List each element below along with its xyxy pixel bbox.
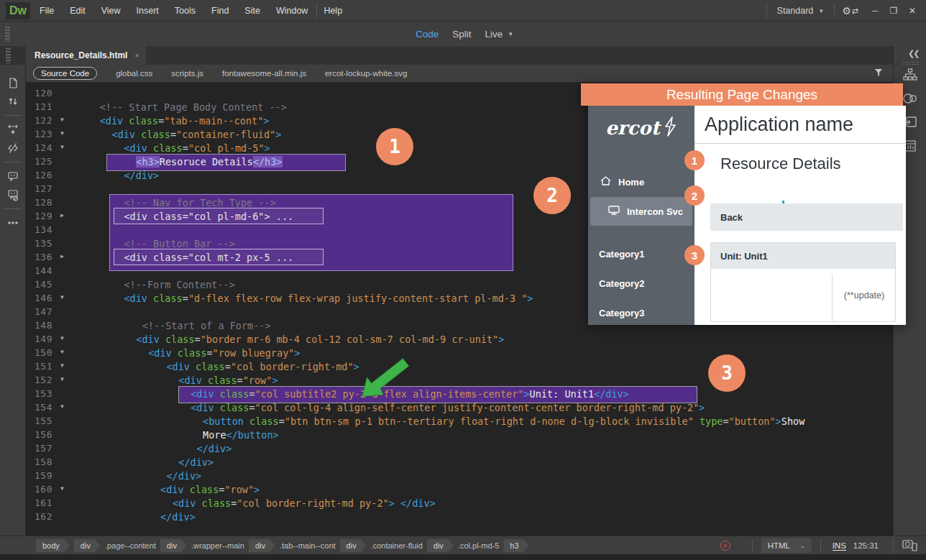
line-text: </div> xyxy=(197,443,232,454)
code-line-151[interactable]: 151▼<div class="col border-right-md"> xyxy=(26,360,893,374)
menu-edit[interactable]: Edit xyxy=(62,6,93,16)
fold-open-icon[interactable]: ▼ xyxy=(60,144,64,150)
tag-selector-h3[interactable]: h3 xyxy=(503,539,528,552)
collapse-panels-icon[interactable]: ❮❮ xyxy=(908,49,918,58)
sync-settings-icon[interactable]: ⚙⇄ xyxy=(842,5,858,17)
code-line-156[interactable]: 156More</button> xyxy=(26,428,893,442)
fold-open-icon[interactable]: ▼ xyxy=(60,349,64,355)
fold-open-icon[interactable]: ▼ xyxy=(60,362,64,369)
related-file-ercot-lockup-white-svg[interactable]: ercot-lockup-white.svg xyxy=(325,69,407,78)
fold-closed-icon[interactable]: ▶ xyxy=(60,253,64,260)
menu-window[interactable]: Window xyxy=(268,6,316,16)
error-icon[interactable]: ✕ xyxy=(720,541,730,551)
code-line-159[interactable]: 159</div> xyxy=(26,469,893,483)
related-file-scripts-js[interactable]: scripts.js xyxy=(171,69,203,78)
tag-selector-wrapper-main[interactable]: .wrapper--main xyxy=(191,541,244,550)
line-text: </div> xyxy=(166,470,201,482)
line-text: More</button> xyxy=(203,429,279,441)
fold-closed-icon[interactable]: ▶ xyxy=(60,212,64,219)
maximize-button[interactable]: ❐ xyxy=(884,3,903,19)
line-number: 158 xyxy=(35,456,52,467)
tag-selector-div[interactable]: div xyxy=(427,539,454,552)
tag-selector-col-pl-md-5[interactable]: .col.pl-md-5 xyxy=(458,541,499,550)
code-line-158[interactable]: 158</div> xyxy=(26,456,893,469)
code-line-153[interactable]: 153<div class="col subtitle2 py-2 d-flex… xyxy=(26,387,893,401)
fold-open-icon[interactable]: ▼ xyxy=(60,294,64,300)
code-line-157[interactable]: 157</div> xyxy=(26,442,893,456)
menu-find[interactable]: Find xyxy=(203,6,237,16)
updown-button[interactable] xyxy=(4,92,22,111)
line-number: 155 xyxy=(35,416,52,426)
fold-open-icon[interactable]: ▼ xyxy=(60,485,64,492)
code-line-162[interactable]: 162</div> xyxy=(26,510,893,524)
document-button[interactable] xyxy=(4,73,22,92)
line-text: <button class="btn btn-sm p-1 btn--terti… xyxy=(203,416,804,427)
related-file-fontawesome-all-min-js[interactable]: fontawesome-all.min.js xyxy=(222,69,306,78)
tabbar-grip[interactable] xyxy=(6,47,11,63)
more-dots-button[interactable] xyxy=(4,214,22,232)
insert-mode-toggle[interactable]: INS xyxy=(833,541,846,551)
line-number: 152 xyxy=(35,375,52,385)
line-number: 124 xyxy=(35,142,52,153)
wrap-tag-button[interactable] xyxy=(4,120,22,139)
annotation-badge-2: 2 xyxy=(533,177,571,214)
code-tags-button[interactable] xyxy=(4,139,22,157)
mockup-badge-3: 3 xyxy=(684,245,705,265)
minimize-button[interactable]: ─ xyxy=(866,3,884,19)
menu-insert[interactable]: Insert xyxy=(129,6,167,16)
code-line-155[interactable]: 155<button class="btn btn-sm p-1 btn--te… xyxy=(26,415,893,428)
titlebar-right: Standard ▼ ⚙⇄ ─❐✕ xyxy=(766,0,922,22)
menu-help[interactable]: Help xyxy=(316,6,350,16)
menu-tools[interactable]: Tools xyxy=(167,6,203,16)
menu-site[interactable]: Site xyxy=(237,6,268,16)
fold-open-icon[interactable]: ▼ xyxy=(60,116,64,123)
tag-selector-div[interactable]: div xyxy=(160,539,187,552)
chevron-down-icon: ⌄ xyxy=(800,543,805,549)
menu-view[interactable]: View xyxy=(93,6,129,16)
code-line-152[interactable]: 152▼<div class="row"> xyxy=(26,374,893,387)
fold-open-icon[interactable]: ▼ xyxy=(60,130,64,137)
related-file-source-code[interactable]: Source Code xyxy=(33,67,97,80)
tag-selector-body[interactable]: body xyxy=(36,539,70,552)
document-tab[interactable]: Resource_Details.html × xyxy=(26,46,146,65)
mode-code[interactable]: Code xyxy=(416,29,439,40)
menu-file[interactable]: File xyxy=(32,6,62,16)
tag-selector-div[interactable]: div xyxy=(249,539,275,552)
code-line-150[interactable]: 150▼<div class="row bluegray"> xyxy=(26,346,893,360)
tag-selector-page-content[interactable]: .page--content xyxy=(105,541,156,550)
preview-in-device-icon[interactable] xyxy=(893,536,926,555)
dom-sitemap-panel-button[interactable] xyxy=(901,68,920,85)
fold-open-icon[interactable]: ▼ xyxy=(60,403,64,410)
workspace-switcher[interactable]: Standard ▼ xyxy=(774,6,828,16)
mockup-sidebar-item-home: Home xyxy=(588,173,694,191)
mockup-sidebar: ercot HomeIntercon Svc Category1Category… xyxy=(588,106,694,325)
cursor-position: 125:31 xyxy=(853,541,879,550)
code-line-149[interactable]: 149▼<div class="border mr-6 mb-4 col-12 … xyxy=(26,333,893,346)
doctype-dropdown[interactable]: HTML ⌄ xyxy=(761,538,812,553)
fold-open-icon[interactable]: ▼ xyxy=(60,335,64,341)
tag-selector-div[interactable]: div xyxy=(340,539,367,552)
line-number: 135 xyxy=(35,238,52,249)
code-line-154[interactable]: 154▼<div class="col col-lg-4 align-self-… xyxy=(26,401,893,415)
line-text: <!-- Nav for Tech Type --> xyxy=(124,197,275,208)
remove-comment-button[interactable] xyxy=(4,185,22,204)
related-file-global-css[interactable]: global.css xyxy=(116,69,152,78)
fold-open-icon[interactable]: ▼ xyxy=(60,376,64,382)
line-number: 149 xyxy=(35,334,52,344)
tag-selector-tab-main-cont[interactable]: .tab--main--cont xyxy=(280,541,336,550)
tag-selector-container-fluid[interactable]: .container-fluid xyxy=(371,541,423,550)
code-line-160[interactable]: 160▼<div class="row"> xyxy=(26,483,893,497)
mode-split[interactable]: Split xyxy=(452,29,471,40)
ercot-logo: ercot xyxy=(588,116,694,140)
mode-live[interactable]: Live▼ xyxy=(485,29,514,40)
apply-comment-button[interactable] xyxy=(4,167,22,185)
toolbar-grip[interactable] xyxy=(5,26,10,42)
dock-grip[interactable] xyxy=(902,61,921,65)
tag-selector-div[interactable]: div xyxy=(74,539,101,552)
close-icon[interactable]: × xyxy=(134,52,139,60)
line-text: <h3>Resoruce Details</h3> xyxy=(136,156,282,167)
menu-separator xyxy=(316,4,317,18)
filter-icon[interactable] xyxy=(873,67,884,81)
close-button[interactable]: ✕ xyxy=(903,3,922,19)
code-line-161[interactable]: 161<div class="col border-right-md py-2"… xyxy=(26,497,893,510)
